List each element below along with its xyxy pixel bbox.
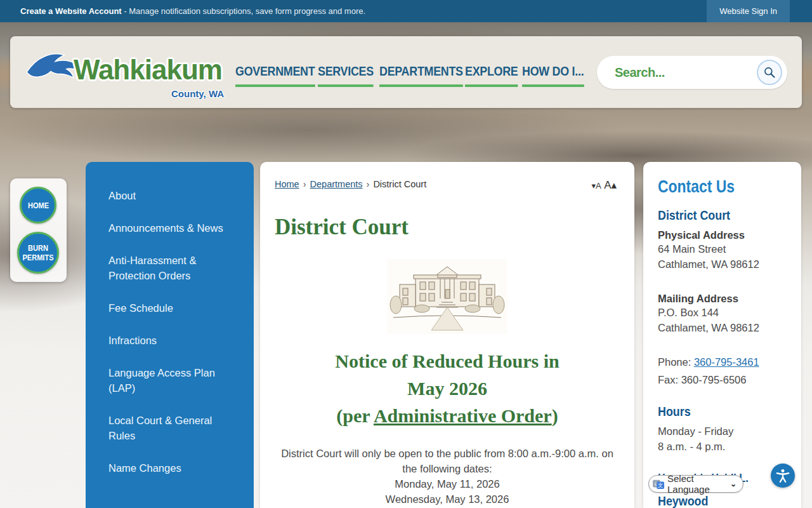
menu-item-local-court-rules[interactable]: Local Court & General Rules	[108, 413, 235, 443]
breadcrumb-separator: ›	[363, 179, 374, 189]
home-quick-button[interactable]: HOME	[20, 187, 56, 224]
mailing-address-line1: P.O. Box 144	[658, 305, 759, 320]
contact-department-link[interactable]: District Court	[658, 208, 730, 223]
menu-item-infractions[interactable]: Infractions	[108, 333, 235, 348]
account-promo-text: - Manage notification subscriptions, sav…	[122, 6, 365, 16]
page-title: District Court	[275, 215, 409, 240]
search-bar	[597, 56, 787, 89]
nav-services[interactable]: SERVICES	[318, 64, 383, 87]
main-content-panel: Home›Departments›District Court ▾A A▴ Di…	[260, 162, 634, 508]
accessibility-button[interactable]	[771, 464, 795, 488]
language-select[interactable]: G 文 Select Language ⌄	[648, 475, 743, 493]
physical-address-label: Physical Address	[658, 229, 759, 241]
contact-panel: Contact Us District Court Physical Addre…	[643, 162, 801, 508]
menu-item-fee-schedule[interactable]: Fee Schedule	[108, 300, 235, 316]
burn-permits-quick-button[interactable]: BURN PERMITS	[17, 232, 59, 274]
body-line: the following dates:	[260, 461, 634, 476]
create-account-link[interactable]: Create a Website Account	[20, 6, 122, 16]
site-logo[interactable]: Wahkiakum County, WA	[25, 40, 228, 106]
notice-body: District Court will only be open to the …	[260, 446, 634, 507]
physical-address-line1: 64 Main Street	[658, 241, 759, 257]
notice-heading: Notice of Reduced Hours in May 2026 (per…	[260, 347, 634, 429]
nav-explore[interactable]: EXPLORE	[465, 64, 527, 87]
breadcrumb-departments[interactable]: Departments	[310, 179, 363, 189]
account-promo[interactable]: Create a Website Account - Manage notifi…	[20, 0, 365, 22]
nav-how-do-i[interactable]: HOW DO I...	[522, 64, 595, 87]
search-icon	[763, 66, 776, 79]
notice-line2: May 2026	[260, 375, 634, 402]
menu-item-about[interactable]: About	[108, 188, 235, 203]
search-input[interactable]	[615, 61, 742, 84]
logo-subtitle: County, WA	[171, 88, 224, 99]
eagle-logo-icon	[25, 45, 80, 83]
physical-address-block: Physical Address 64 Main Street Cathlame…	[658, 229, 759, 272]
mailing-address-line2: Cathlamet, WA 98612	[658, 320, 759, 335]
hours-heading: Hours	[658, 404, 691, 419]
phone-link[interactable]: 360-795-3461	[694, 356, 759, 368]
site-header: Wahkiakum County, WA GOVERNMENT SERVICES…	[10, 36, 802, 108]
physical-address-line2: Cathlamet, WA 98612	[658, 257, 759, 272]
breadcrumb-current: District Court	[373, 179, 426, 189]
svg-text:文: 文	[658, 483, 663, 488]
chevron-down-icon: ⌄	[730, 479, 737, 488]
judge-name-line2: Heywood	[658, 493, 708, 508]
contact-us-heading: Contact Us	[658, 177, 735, 197]
notice-line1: Notice of Reduced Hours in	[260, 347, 634, 375]
website-sign-in-button[interactable]: Website Sign In	[707, 0, 790, 22]
search-button[interactable]	[757, 60, 782, 85]
nav-departments[interactable]: DEPARTMENTS	[379, 64, 478, 87]
mailing-address-label: Mailing Address	[658, 293, 759, 305]
menu-item-language-access-plan[interactable]: Language Access Plan (LAP)	[108, 365, 235, 396]
breadcrumb: Home›Departments›District Court	[275, 179, 426, 189]
body-line: Wednesday, May 13, 2026	[260, 491, 634, 507]
breadcrumb-separator: ›	[299, 179, 310, 189]
menu-item-announcements-news[interactable]: Announcements & News	[108, 220, 235, 236]
nav-government[interactable]: GOVERNMENT	[235, 64, 329, 87]
section-menu: About Announcements & News Anti-Harassme…	[86, 162, 254, 508]
fax-row: Fax: 360-795-6506	[658, 374, 746, 386]
administrative-order-link[interactable]: Administrative Order	[374, 405, 552, 426]
logo-wordmark: Wahkiakum	[74, 54, 222, 86]
mailing-address-block: Mailing Address P.O. Box 144 Cathlamet, …	[658, 293, 759, 335]
google-translate-icon: G 文	[653, 478, 664, 490]
body-line: Monday, May 11, 2026	[260, 476, 634, 491]
text-size-decrease-button[interactable]: ▾A	[591, 181, 601, 190]
language-select-label: Select Language	[667, 473, 730, 495]
quick-links-card: HOME BURN PERMITS	[10, 178, 67, 282]
phone-row: Phone: 360-795-3461	[658, 356, 759, 368]
utility-bar: Create a Website Account - Manage notifi…	[0, 0, 812, 22]
hours-days: Monday - Friday	[658, 424, 733, 439]
menu-item-name-changes[interactable]: Name Changes	[108, 460, 235, 476]
body-line: District Court will only be open to the …	[260, 446, 634, 461]
accessibility-icon	[775, 467, 791, 484]
text-size-increase-button[interactable]: A▴	[604, 179, 617, 191]
text-size-controls: ▾A A▴	[591, 178, 617, 192]
breadcrumb-home[interactable]: Home	[275, 179, 299, 189]
hours-times: 8 a.m. - 4 p.m.	[658, 439, 725, 454]
courthouse-drawing	[387, 259, 508, 334]
page: Create a Website Account - Manage notifi…	[0, 0, 812, 508]
notice-line3: (per Administrative Order)	[260, 402, 634, 429]
menu-item-anti-harassment[interactable]: Anti-Harassment & Protection Orders	[108, 253, 235, 283]
